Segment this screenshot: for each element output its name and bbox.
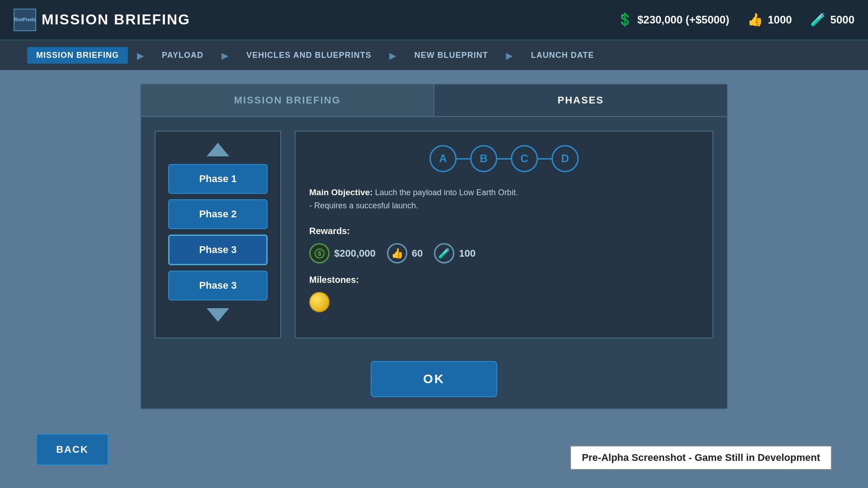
- step-line-bc: [497, 158, 511, 160]
- nav-launch-date[interactable]: LAUNCH DATE: [522, 47, 603, 64]
- flask-icon: 🧪: [810, 12, 826, 27]
- rating-reward: 👍 60: [387, 243, 423, 263]
- science-value: 5000: [830, 14, 854, 26]
- logo-area: Riot Pixels MISSION BRIEFING: [14, 9, 190, 31]
- rating-reward-icon: 👍: [387, 243, 407, 263]
- dollar-icon: $: [314, 248, 325, 259]
- tabs: MISSION BRIEFING PHASES: [141, 84, 727, 117]
- rewards-label: Rewards:: [309, 226, 699, 236]
- svg-text:$: $: [318, 250, 321, 257]
- science-reward-value: 100: [459, 248, 476, 259]
- rewards-list: $ $200,000 👍 60 🧪: [309, 243, 699, 263]
- step-a[interactable]: A: [429, 145, 457, 172]
- logo-icon: Riot Pixels: [14, 9, 36, 31]
- objective-body: Lauch the payload into Low Earth Orbit.: [375, 188, 518, 197]
- nav-vehicles[interactable]: VEHICLES AND BLUEPRINTS: [237, 47, 380, 64]
- tab-phases[interactable]: PHASES: [434, 84, 727, 116]
- detail-panel: A B C D Main Objective: Lauch the payloa…: [295, 131, 713, 338]
- science-reward: 🧪 100: [434, 243, 476, 263]
- back-button[interactable]: BACK: [36, 434, 108, 465]
- app-title: MISSION BRIEFING: [42, 11, 190, 28]
- milestones-label: Milestones:: [309, 275, 699, 285]
- arrow-up-icon: [207, 143, 229, 156]
- phase-scroll-down-button[interactable]: [204, 306, 231, 324]
- thumbs-reward-icon: 👍: [391, 248, 403, 259]
- arrow-down-icon: [207, 308, 229, 322]
- phase-3-button-b[interactable]: Phase 3: [168, 271, 268, 300]
- main-content: MISSION BRIEFING PHASES Phase 1 Phase 2 …: [140, 84, 728, 409]
- objective-main: Main Objective: Lauch the payload into L…: [309, 186, 699, 199]
- milestone-coin: [309, 292, 330, 312]
- content-area: Phase 1 Phase 2 Phase 3 Phase 3 A B C D: [141, 117, 727, 352]
- objective-label: Main Objective:: [309, 188, 373, 197]
- rating-reward-value: 60: [412, 248, 423, 259]
- watermark: Pre-Alpha Screenshot - Game Still in Dev…: [570, 446, 832, 470]
- phase-1-button[interactable]: Phase 1: [168, 164, 268, 194]
- ok-button[interactable]: OK: [371, 361, 497, 397]
- nav-mission-briefing[interactable]: MISSION BRIEFING: [27, 47, 128, 64]
- step-d[interactable]: D: [552, 145, 579, 172]
- milestones-section: Milestones:: [309, 275, 699, 314]
- objective-section: Main Objective: Lauch the payload into L…: [309, 186, 699, 212]
- nav-new-blueprint[interactable]: NEW BLUEPRINT: [405, 47, 497, 64]
- phase-2-button[interactable]: Phase 2: [168, 199, 268, 229]
- step-c[interactable]: C: [511, 145, 538, 172]
- phase-scroll-up-button[interactable]: [204, 141, 231, 159]
- phase-list-panel: Phase 1 Phase 2 Phase 3 Phase 3: [155, 131, 281, 338]
- step-line-cd: [538, 158, 552, 160]
- ok-area: OK: [141, 352, 727, 408]
- thumbs-icon: 👍: [747, 12, 763, 27]
- money-icon: 💲: [617, 12, 633, 27]
- rewards-section: Rewards: $ $200,000 👍: [309, 226, 699, 263]
- money-value: $230,000 (+$5000): [637, 14, 730, 26]
- step-line-ab: [457, 158, 470, 160]
- science-stat: 🧪 5000: [810, 12, 854, 27]
- nav-arrow-4: ▶: [506, 50, 513, 61]
- top-stats: 💲 $230,000 (+$5000) 👍 1000 🧪 5000: [617, 12, 854, 27]
- phase-3-button-a[interactable]: Phase 3: [168, 235, 268, 265]
- rating-value: 1000: [768, 14, 792, 26]
- nav-arrow-1: ▶: [137, 50, 144, 61]
- step-indicators: A B C D: [309, 145, 699, 172]
- step-b[interactable]: B: [470, 145, 497, 172]
- money-reward: $ $200,000: [309, 243, 376, 263]
- nav-arrow-3: ▶: [389, 50, 396, 61]
- nav-arrow-2: ▶: [222, 50, 228, 61]
- objective-req: - Requires a succesful launch.: [309, 199, 699, 212]
- nav-bar: MISSION BRIEFING ▶ PAYLOAD ▶ VEHICLES AN…: [0, 41, 868, 70]
- money-reward-value: $200,000: [334, 248, 376, 259]
- tab-mission-briefing[interactable]: MISSION BRIEFING: [141, 84, 434, 116]
- top-bar: Riot Pixels MISSION BRIEFING 💲 $230,000 …: [0, 0, 868, 41]
- rating-stat: 👍 1000: [747, 12, 792, 27]
- nav-payload[interactable]: PAYLOAD: [153, 47, 212, 64]
- flask-reward-icon: 🧪: [438, 248, 450, 259]
- science-reward-icon: 🧪: [434, 243, 454, 263]
- money-reward-icon: $: [309, 243, 330, 263]
- money-stat: 💲 $230,000 (+$5000): [617, 12, 730, 27]
